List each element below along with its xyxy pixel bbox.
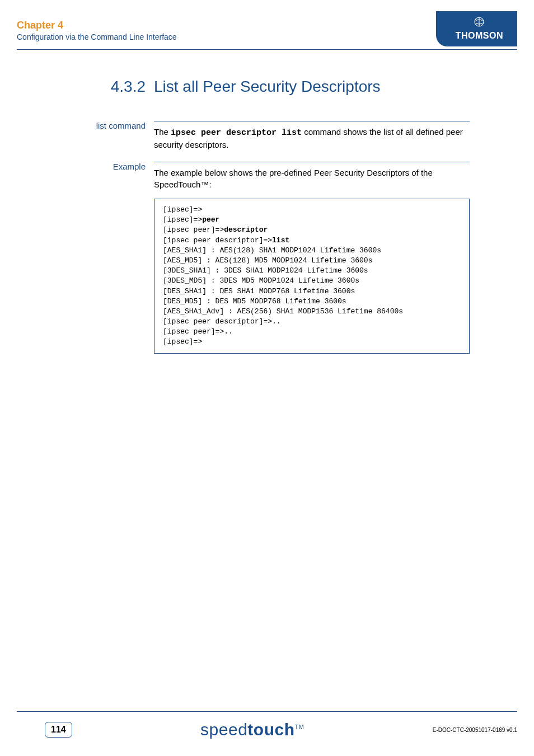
- section-title: List all Peer Security Descriptors: [154, 78, 381, 96]
- page-number: 114: [45, 722, 72, 738]
- page-header: Chapter 4 Configuration via the Command …: [0, 0, 534, 46]
- header-left: Chapter 4 Configuration via the Command …: [17, 11, 177, 41]
- code-line: [ipsec]=>: [163, 337, 202, 346]
- list-command-body: The ipsec peer descriptor list command s…: [154, 121, 470, 151]
- page-footer: 114 speedtouchTM E-DOC-CTC-20051017-0169…: [0, 711, 534, 739]
- example-body: The example below shows the pre-defined …: [154, 162, 470, 354]
- example-row: Example The example below shows the pre-…: [17, 162, 470, 354]
- code-line: [ipsec peer descriptor]=>..: [163, 317, 281, 326]
- speedtouch-logo: speedtouchTM: [200, 720, 304, 739]
- footer-content: 114 speedtouchTM E-DOC-CTC-20051017-0169…: [17, 720, 517, 739]
- code-line-prefix: [ipsec peer descriptor]=>: [163, 236, 272, 245]
- code-bold: descriptor: [224, 226, 268, 234]
- code-line: [ipsec peer]=>..: [163, 327, 233, 336]
- thomson-brand-text: THOMSON: [456, 31, 503, 41]
- code-line: [DES_SHA1] : DES SHA1 MODP768 Lifetime 3…: [163, 287, 355, 295]
- code-line: [AES_SHA1_Adv] : AES(256) SHA1 MODP1536 …: [163, 307, 403, 316]
- logo-light: speed: [200, 720, 247, 739]
- example-intro: The example below shows the pre-defined …: [154, 167, 470, 190]
- chapter-label: Chapter 4: [17, 20, 177, 31]
- code-block: [ipsec]=> [ipsec]=>peer [ipsec peer]=>de…: [154, 199, 470, 354]
- code-line: [3DES_MD5] : 3DES MD5 MODP1024 Lifetime …: [163, 276, 359, 285]
- list-command-label: list command: [17, 121, 154, 151]
- section-number: 4.3.2: [17, 78, 154, 96]
- code-line: [ipsec]=>: [163, 205, 202, 214]
- code-line: [AES_MD5] : AES(128) MD5 MODP1024 Lifeti…: [163, 256, 372, 265]
- text-prefix: The: [154, 127, 171, 137]
- chapter-subtitle: Configuration via the Command Line Inter…: [17, 32, 177, 41]
- footer-rule: [17, 711, 517, 712]
- section-rule: [154, 162, 470, 162]
- main-content: 4.3.2 List all Peer Security Descriptors…: [0, 50, 534, 354]
- code-bold: list: [272, 236, 289, 245]
- logo-bold: touch: [247, 720, 294, 739]
- code-bold: peer: [202, 215, 219, 224]
- thomson-logo: THOMSON: [436, 11, 517, 46]
- code-line-prefix: [ipsec peer]=>: [163, 226, 224, 234]
- code-line: [3DES_SHA1] : 3DES SHA1 MODP1024 Lifetim…: [163, 266, 368, 275]
- code-line-prefix: [ipsec]=>: [163, 215, 202, 224]
- section-heading: 4.3.2 List all Peer Security Descriptors: [17, 78, 470, 96]
- logo-tm: TM: [295, 724, 305, 730]
- list-command-text: The ipsec peer descriptor list command s…: [154, 126, 470, 151]
- command-text: ipsec peer descriptor list: [171, 128, 302, 138]
- thomson-icon: [456, 17, 503, 30]
- section-rule: [154, 121, 470, 121]
- example-label: Example: [17, 162, 154, 354]
- doc-reference: E-DOC-CTC-20051017-0169 v0.1: [433, 727, 517, 733]
- code-line: [DES_MD5] : DES MD5 MODP768 Lifetime 360…: [163, 297, 346, 306]
- list-command-row: list command The ipsec peer descriptor l…: [17, 121, 470, 151]
- code-line: [AES_SHA1] : AES(128) SHA1 MODP1024 Life…: [163, 246, 381, 255]
